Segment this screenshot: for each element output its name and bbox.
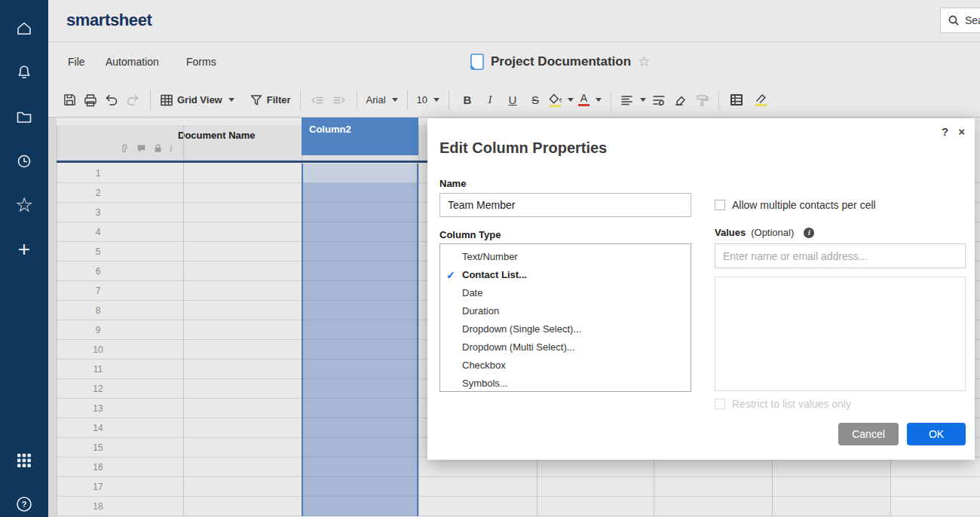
restrict-values-label: Restrict to list values only [732,398,851,410]
name-label: Name [439,178,466,189]
filter-label: Filter [267,94,291,106]
dialog-close-icon[interactable]: × [958,125,965,138]
font-size-select[interactable]: 10 [415,89,442,112]
column-type-option[interactable]: ✓Contact List... [440,266,691,284]
bold-button[interactable]: B [456,89,479,112]
print-icon [83,93,98,108]
restrict-values-row: Restrict to list values only [715,398,851,410]
row-number[interactable]: 4 [57,222,139,242]
clock-icon[interactable] [0,150,48,173]
redo-button[interactable] [122,89,143,112]
indent-icon [332,93,346,107]
grid-row[interactable]: 16 [57,457,980,477]
column-type-option[interactable]: Dropdown (Single Select)... [440,320,691,338]
column-type-option[interactable]: Text/Number [440,248,691,266]
row-number[interactable]: 15 [57,438,139,457]
values-info-icon[interactable]: i [804,228,814,238]
values-input[interactable] [715,243,966,268]
filter-button[interactable]: Filter [247,89,293,112]
bold-glyph: B [464,93,472,106]
comment-icon[interactable] [136,144,146,153]
column-type-option[interactable]: Symbols... [440,375,691,392]
grid-row[interactable]: 17 [57,477,980,497]
row-number[interactable]: 17 [57,477,139,497]
toolbar-divider [718,90,719,110]
column-header-document-name[interactable]: Document Name [178,130,256,141]
favorite-star-icon[interactable]: ☆ [638,53,651,70]
fill-color-icon [549,93,562,107]
values-label: Values [715,227,746,238]
font-family-select[interactable]: Arial [364,89,400,112]
row-number[interactable]: 5 [57,242,139,262]
menu-file[interactable]: File [68,56,85,68]
align-button[interactable] [618,89,648,112]
grid-row[interactable]: 18 [57,497,980,516]
row-number[interactable]: 16 [57,457,139,477]
clear-format-button[interactable] [669,89,691,112]
format-painter-button[interactable] [691,89,712,112]
column-type-option[interactable]: Date [440,284,691,302]
svg-text:?: ? [22,500,27,509]
folder-icon[interactable] [0,106,48,128]
selected-column-cell-row1[interactable] [302,164,418,183]
column-type-option[interactable]: Dropdown (Multi Select)... [440,338,691,356]
column-header-column2[interactable]: Column2 [302,118,418,155]
menu-forms[interactable]: Forms [186,56,216,68]
info-icon[interactable]: i [170,142,173,154]
column-name-input[interactable] [439,193,691,217]
row-number[interactable]: 18 [57,497,139,516]
selected-column-cells[interactable] [302,183,418,516]
apps-grid-icon[interactable] [0,449,48,472]
fill-color-button[interactable] [547,89,576,112]
cancel-button[interactable]: Cancel [838,423,899,445]
attachment-icon[interactable] [120,144,130,154]
chevron-down-icon [640,98,646,102]
row-number[interactable]: 3 [57,203,139,222]
font-family-value: Arial [366,94,386,106]
row-number[interactable]: 11 [57,359,139,379]
borders-button[interactable] [726,89,747,112]
column-type-option[interactable]: Checkbox [440,356,691,375]
column-type-option-label: Dropdown (Multi Select)... [462,341,575,353]
column-type-option[interactable]: Duration [440,302,691,320]
wrap-text-button[interactable] [648,89,669,112]
allow-multiple-contacts-checkbox[interactable] [715,200,725,210]
plus-icon[interactable]: + [0,238,48,261]
undo-button[interactable] [101,89,122,112]
font-color-button[interactable]: A [576,89,604,112]
row-number[interactable]: 8 [57,301,139,320]
bell-icon[interactable] [0,61,48,84]
home-icon[interactable] [0,17,48,40]
view-selector[interactable]: Grid View [158,89,237,112]
print-button[interactable] [80,89,101,112]
values-list-box[interactable] [715,277,966,391]
italic-button[interactable]: I [479,89,501,112]
row-number[interactable]: 9 [57,320,139,340]
star-icon[interactable]: ☆ [0,194,48,216]
menu-automation[interactable]: Automation [106,56,159,68]
row-number[interactable]: 7 [57,281,139,301]
chevron-down-icon [568,98,574,102]
chevron-down-icon [433,98,439,102]
row-number[interactable]: 12 [57,379,139,399]
underline-button[interactable]: U [501,89,524,112]
highlight-button[interactable] [750,89,771,112]
dialog-help-button[interactable]: ? [942,125,948,138]
row-number[interactable]: 6 [57,262,139,281]
strikethrough-button[interactable]: S [524,89,547,112]
row-number[interactable]: 10 [57,340,139,359]
toolbar: Grid View Filter Arial 10 B I U S A [48,83,980,118]
indent-button[interactable] [329,89,350,112]
save-button[interactable] [59,89,80,112]
lock-icon[interactable] [153,144,163,153]
row-number[interactable]: 2 [57,183,139,203]
search-input[interactable]: Search [940,8,980,33]
row-number[interactable]: 1 [57,164,139,183]
row-number[interactable]: 14 [57,418,139,438]
smartsheet-logo[interactable]: smartsheet [66,11,152,30]
outdent-button[interactable] [308,89,329,112]
ok-button[interactable]: OK [907,423,966,445]
help-icon[interactable]: ? [0,493,48,515]
font-color-icon: A [578,93,590,106]
row-number[interactable]: 13 [57,399,139,418]
